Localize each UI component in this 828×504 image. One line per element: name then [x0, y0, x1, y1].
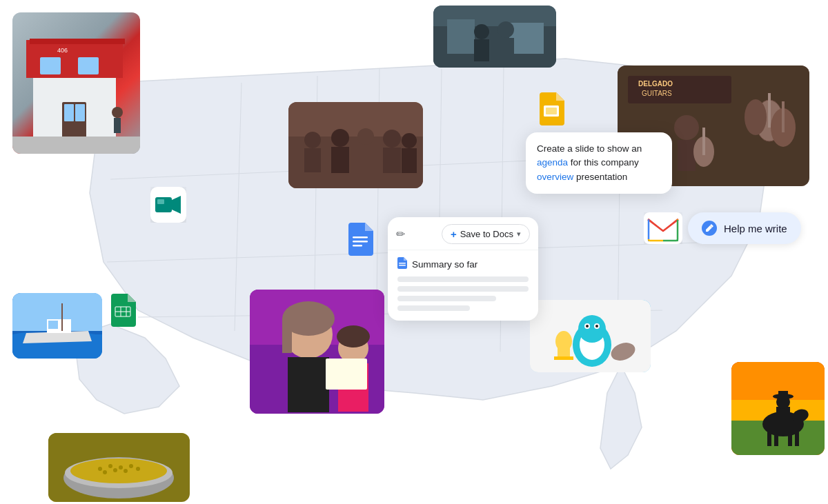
slides-prompt-text: Create a slide to show an agenda for thi…: [537, 142, 661, 184]
svg-point-103: [103, 470, 107, 474]
summary-line-1: [397, 276, 529, 282]
seeds-photo: [48, 433, 190, 502]
workshop-photo: [288, 102, 423, 188]
svg-rect-30: [383, 148, 401, 173]
svg-rect-20: [114, 118, 121, 133]
summary-line-3: [397, 296, 496, 301]
summary-line-4: [397, 305, 470, 311]
svg-rect-18: [12, 137, 140, 154]
pencil-icon: ✏: [396, 228, 405, 241]
svg-rect-15: [64, 104, 74, 121]
svg-rect-68: [326, 359, 367, 390]
svg-rect-53: [702, 128, 705, 155]
svg-rect-112: [353, 241, 368, 243]
summary-title-row: Summary so far: [397, 257, 529, 271]
slides-prompt-card: Create a slide to show an agenda for thi…: [526, 132, 672, 194]
svg-point-105: [124, 469, 128, 473]
svg-rect-45: [782, 101, 785, 132]
google-docs-icon: [344, 219, 377, 259]
cowboy-photo: [731, 362, 825, 455]
svg-point-80: [555, 331, 572, 352]
plus-icon: +: [451, 228, 457, 240]
summary-card-body: Summary so far: [388, 250, 538, 321]
summary-line-2: [397, 286, 529, 292]
svg-rect-38: [474, 39, 489, 61]
svg-rect-88: [788, 431, 792, 446]
summary-title: Summary so far: [412, 259, 477, 270]
svg-rect-12: [40, 57, 61, 74]
svg-rect-16: [75, 104, 85, 121]
document-icon: [397, 257, 407, 271]
svg-point-66: [337, 325, 370, 347]
svg-point-100: [108, 464, 112, 468]
summary-lines: [397, 276, 529, 311]
svg-rect-119: [546, 108, 557, 114]
svg-rect-126: [399, 265, 406, 266]
svg-point-25: [331, 129, 349, 147]
svg-rect-87: [774, 431, 778, 446]
svg-rect-63: [282, 319, 292, 353]
svg-point-27: [357, 128, 374, 145]
svg-point-37: [474, 24, 489, 39]
google-sheets-icon: [107, 291, 139, 330]
agenda-link[interactable]: agenda: [537, 157, 568, 168]
save-docs-label: Save to Docs: [460, 229, 513, 239]
storefront-photo: 406: [12, 12, 140, 154]
toys-photo: [530, 300, 651, 372]
help-me-write-card[interactable]: Help me write: [688, 212, 801, 244]
svg-rect-32: [402, 148, 417, 173]
ai-pen-icon: [702, 221, 717, 236]
overview-link[interactable]: overview: [537, 172, 573, 182]
svg-point-31: [402, 133, 417, 148]
svg-text:GUITARS: GUITARS: [642, 90, 672, 97]
chevron-down-icon: ▾: [517, 230, 521, 239]
warehouse-photo: [433, 6, 556, 68]
svg-rect-64: [288, 357, 329, 412]
svg-rect-57: [48, 321, 58, 329]
google-meet-icon: [148, 185, 188, 225]
svg-rect-125: [399, 263, 406, 264]
svg-point-46: [745, 99, 767, 135]
svg-rect-43: [768, 93, 771, 128]
svg-rect-113: [353, 245, 362, 247]
svg-text:406: 406: [57, 47, 68, 54]
svg-point-74: [586, 325, 589, 327]
save-to-docs-button[interactable]: + Save to Docs ▾: [442, 224, 530, 244]
google-slides-icon: [535, 90, 567, 128]
summary-card-header: ✏ + Save to Docs ▾: [388, 217, 538, 250]
gmail-icon: [644, 212, 682, 244]
help-me-write-label: Help me write: [724, 223, 787, 234]
svg-rect-79: [554, 356, 573, 360]
svg-text:DELGADO: DELGADO: [638, 80, 673, 88]
summary-card: ✏ + Save to Docs ▾ Summary so far: [388, 217, 538, 321]
svg-point-72: [578, 315, 606, 343]
svg-rect-111: [353, 236, 368, 239]
svg-rect-51: [678, 140, 696, 171]
svg-point-102: [129, 464, 133, 468]
svg-rect-36: [509, 23, 544, 54]
svg-rect-91: [776, 407, 790, 426]
svg-rect-94: [778, 391, 788, 398]
svg-rect-26: [331, 147, 349, 173]
svg-rect-89: [795, 431, 799, 446]
svg-point-98: [70, 458, 167, 483]
svg-point-39: [497, 21, 514, 38]
svg-point-19: [112, 107, 123, 118]
svg-point-23: [304, 132, 321, 148]
svg-rect-28: [357, 145, 374, 172]
svg-rect-110: [157, 199, 164, 204]
boat-photo: [12, 293, 102, 359]
svg-point-101: [119, 465, 123, 470]
svg-rect-40: [497, 38, 514, 61]
svg-point-50: [674, 115, 699, 140]
svg-point-29: [383, 130, 401, 148]
svg-rect-86: [767, 431, 771, 446]
svg-point-99: [98, 467, 102, 471]
svg-point-106: [136, 467, 140, 471]
svg-rect-24: [304, 148, 321, 172]
svg-rect-11: [30, 39, 125, 44]
woman-photo: [250, 290, 384, 414]
svg-rect-35: [447, 19, 475, 54]
svg-point-76: [595, 325, 598, 327]
svg-point-104: [113, 468, 117, 472]
